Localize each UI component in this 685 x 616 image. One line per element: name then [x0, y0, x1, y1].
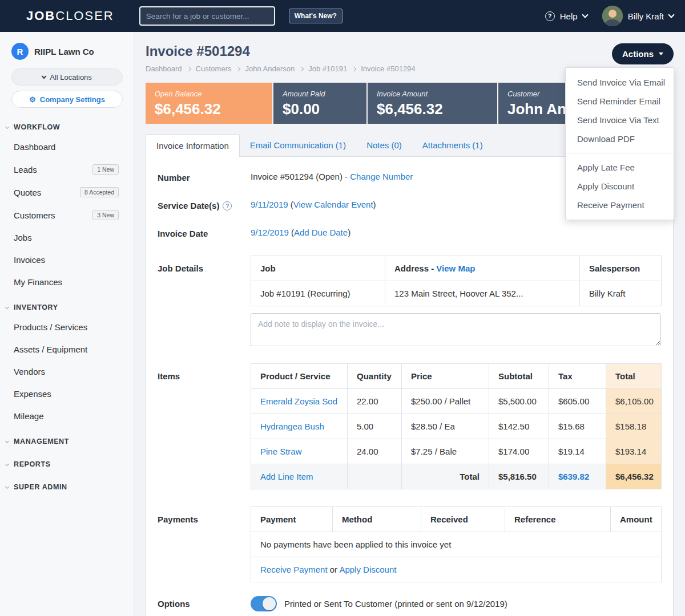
breadcrumb-customer-name[interactable]: John Anderson — [245, 64, 295, 73]
logo-text-bold: JOB — [26, 9, 55, 23]
service-dates-value: 9/11/2019 (View Calendar Event) — [251, 200, 376, 210]
breadcrumb-customers[interactable]: Customers — [196, 64, 232, 73]
sidebar-item-label: Assets / Equipment — [14, 345, 87, 354]
logo-text-light: CLOSER — [55, 9, 114, 23]
invoice-date-value: 9/12/2019 (Add Due Date) — [251, 228, 350, 238]
nav-section-label: SUPER ADMIN — [14, 483, 67, 491]
whats-new-button[interactable]: What's New? — [289, 9, 342, 23]
job-details-value: Job Address - View Map Salesperson Job #… — [251, 256, 662, 346]
add-line-item-cell: Add Line Item — [251, 464, 348, 489]
receive-payment-link[interactable]: Receive Payment — [260, 565, 328, 574]
nav-section-super-admin[interactable]: SUPER ADMIN — [0, 473, 134, 496]
product-link[interactable]: Pine Straw — [260, 447, 302, 456]
main-content: Invoice #501294 Dashboard Customers John… — [134, 32, 685, 616]
items-table: Product / Service Quantity Price Subtota… — [251, 363, 662, 489]
payment-header: Payment — [251, 507, 333, 532]
view-map-link[interactable]: View Map — [436, 264, 475, 273]
tab-email-communication[interactable]: Email Communication (1) — [240, 134, 356, 157]
breadcrumb-job[interactable]: Job #10191 — [308, 64, 347, 73]
sidebar-item-expenses[interactable]: Expenses — [0, 383, 134, 405]
printed-sent-toggle[interactable] — [251, 596, 277, 611]
sidebar-item-customers[interactable]: Customers 3 New — [0, 204, 134, 226]
menu-item-send-reminder-email[interactable]: Send Reminder Email — [566, 92, 674, 111]
invoice-date-link[interactable]: 9/12/2019 — [251, 228, 289, 237]
help-menu[interactable]: ? Help — [545, 11, 587, 21]
product-cell: Emerald Zoysia Sod — [251, 389, 348, 414]
invoice-amount-value: $6,456.32 — [377, 100, 488, 118]
invoice-note-input[interactable] — [251, 313, 661, 346]
menu-item-download-pdf[interactable]: Download PDF — [566, 129, 674, 148]
view-calendar-event-link[interactable]: View Calendar Event — [293, 200, 373, 209]
menu-item-apply-late-fee[interactable]: Apply Late Fee — [566, 158, 674, 177]
payments-label: Payments — [158, 506, 251, 582]
tax-header: Tax — [549, 364, 606, 389]
sidebar-item-invoices[interactable]: Invoices — [0, 249, 134, 271]
tab-attachments[interactable]: Attachments (1) — [412, 134, 493, 157]
quantity-cell: 22.00 — [348, 389, 402, 414]
options-label: Options — [158, 599, 251, 609]
locations-label: All Locations — [50, 73, 92, 82]
sidebar-item-vendors[interactable]: Vendors — [0, 360, 134, 383]
breadcrumb-dashboard[interactable]: Dashboard — [146, 64, 182, 73]
table-header-row: Job Address - View Map Salesperson — [251, 256, 662, 281]
info-icon[interactable]: ? — [223, 201, 232, 210]
nav-section-management[interactable]: MANAGEMENT — [0, 427, 134, 450]
quantity-cell: 24.00 — [348, 439, 402, 464]
sidebar-item-products-services[interactable]: Products / Services — [0, 316, 134, 338]
tab-notes[interactable]: Notes (0) — [356, 134, 412, 157]
menu-item-apply-discount[interactable]: Apply Discount — [566, 177, 674, 196]
tax-total-link[interactable]: $639.82 — [558, 472, 589, 481]
address-cell: 123 Main Street, Hoover AL 352... — [385, 281, 580, 306]
company-settings-button[interactable]: ⚙ Company Settings — [11, 91, 123, 108]
service-date-link[interactable]: 9/11/2019 — [251, 200, 288, 209]
sidebar-item-quotes[interactable]: Quotes 8 Accepted — [0, 181, 134, 204]
sidebar-item-assets-equipment[interactable]: Assets / Equipment — [0, 338, 134, 360]
menu-item-receive-payment[interactable]: Receive Payment — [566, 196, 674, 214]
sidebar-item-dashboard[interactable]: Dashboard — [0, 136, 134, 158]
menu-item-send-invoice-via-email[interactable]: Send Invoice Via Email — [566, 73, 674, 92]
sidebar-item-label: Leads — [14, 165, 37, 175]
payments-value: Payment Method Received Reference Amount… — [251, 506, 662, 582]
user-name: Billy Kraft — [628, 11, 664, 21]
menu-item-send-invoice-via-text[interactable]: Send Invoice Via Text — [566, 111, 674, 129]
locations-dropdown[interactable]: All Locations — [11, 68, 123, 86]
apply-discount-link[interactable]: Apply Discount — [339, 565, 396, 574]
add-due-date-link[interactable]: Add Due Date — [294, 228, 348, 237]
tab-invoice-information[interactable]: Invoice Information — [146, 134, 240, 157]
price-cell: $250.00 / Pallet — [402, 389, 489, 414]
total-cell: $158.18 — [606, 414, 662, 439]
help-label: Help — [560, 11, 578, 21]
company-settings-label: Company Settings — [40, 95, 105, 104]
chevron-down-icon — [5, 305, 9, 309]
nav-section-reports[interactable]: REPORTS — [0, 450, 134, 473]
invoice-amount-label: Invoice Amount — [377, 90, 488, 98]
payments-table: Payment Method Received Reference Amount… — [251, 506, 662, 582]
add-line-item-link[interactable]: Add Line Item — [260, 472, 313, 481]
job-details-table: Job Address - View Map Salesperson Job #… — [251, 256, 662, 306]
table-row: No payments have been applied to this in… — [251, 532, 662, 557]
change-number-link[interactable]: Change Number — [350, 172, 413, 181]
menu-divider — [566, 153, 674, 153]
tax-cell: $15.68 — [549, 414, 606, 439]
global-search-input[interactable] — [139, 6, 275, 26]
sidebar-nav: WORKFLOW Dashboard Leads 1 New Quotes 8 … — [0, 113, 134, 496]
table-row: Hydrangea Bush 5.00 $28.50 / Ea $142.50 … — [251, 414, 662, 439]
chevron-down-icon — [5, 124, 9, 128]
chevron-down-icon — [42, 74, 46, 79]
sidebar-item-label: Expenses — [14, 389, 51, 399]
caret-down-icon — [659, 52, 663, 55]
actions-button[interactable]: Actions — [612, 43, 674, 64]
sidebar-item-mileage[interactable]: Mileage — [0, 405, 134, 427]
total-header: Total — [606, 364, 662, 389]
nav-section-workflow[interactable]: WORKFLOW — [0, 113, 134, 136]
product-link[interactable]: Hydrangea Bush — [260, 422, 324, 431]
nav-section-inventory[interactable]: INVENTORY — [0, 293, 134, 316]
sidebar-item-my-finances[interactable]: My Finances — [0, 271, 134, 293]
sidebar-item-leads[interactable]: Leads 1 New — [0, 158, 134, 181]
amount-paid-label: Amount Paid — [283, 90, 357, 98]
product-service-header: Product / Service — [251, 364, 348, 389]
sidebar-item-jobs[interactable]: Jobs — [0, 226, 134, 249]
user-menu[interactable]: Billy Kraft — [602, 6, 674, 26]
chevron-down-icon — [582, 11, 588, 18]
product-link[interactable]: Emerald Zoysia Sod — [260, 396, 337, 406]
